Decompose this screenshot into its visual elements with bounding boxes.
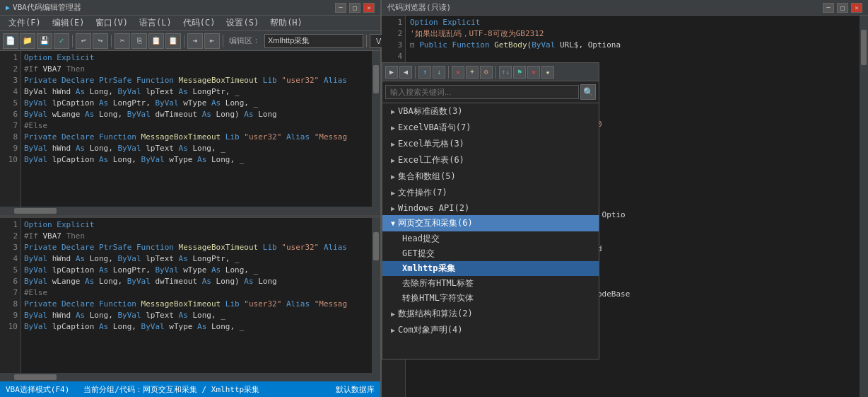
dropdown-btn11[interactable]: ★ xyxy=(541,66,554,79)
status-db: 默认数据库 xyxy=(336,384,375,395)
toolbar-indent[interactable]: ⇥ xyxy=(187,33,203,49)
group-label-4: 集合和数组(5) xyxy=(398,171,456,183)
scrollbar-v-top[interactable] xyxy=(372,51,380,207)
close-button[interactable]: ✕ xyxy=(363,3,375,13)
left-title-bar: ▶ VBA代码编辑管理器 ─ □ ✕ xyxy=(0,0,380,16)
code-area-top[interactable]: Option Explicit #If VBA7 Then Private De… xyxy=(21,51,372,207)
scrollbar-h-bottom[interactable] xyxy=(0,373,380,381)
toolbar-new[interactable]: 📄 xyxy=(3,33,18,49)
dropdown-toolbar: ▶ ◀ ↑ ↓ ✕ + ⚙ ↑↓ ⚑ ✕ ★ xyxy=(382,63,599,81)
toolbar-sep4 xyxy=(223,35,223,47)
group-item-2[interactable]: ▶ Excel单元格(3) xyxy=(382,136,599,152)
right-window-title: 代码浏览器(只读) xyxy=(387,2,823,13)
group-label-8: 数据结构和算法(2) xyxy=(398,308,473,320)
group-label-5: 文件操作(7) xyxy=(398,187,447,199)
expand-icon-1: ▶ xyxy=(391,124,395,132)
dropdown-sep2 xyxy=(448,66,449,79)
sub-item-4[interactable]: 转换HTML字符实体 xyxy=(382,291,599,306)
dropdown-btn3[interactable]: ↑ xyxy=(418,66,431,79)
toolbar-redo[interactable]: ↪ xyxy=(93,33,108,49)
sub-item-0[interactable]: Head提交 xyxy=(382,231,599,246)
group-label-3: Excel工作表(6) xyxy=(398,154,464,166)
right-minimize-button[interactable]: ─ xyxy=(823,3,834,13)
group-item-3[interactable]: ▶ Excel工作表(6) xyxy=(382,152,599,168)
toolbar-undo[interactable]: ↩ xyxy=(76,33,91,49)
dropdown-search-area: 🔍 xyxy=(382,81,599,103)
expand-icon-9: ▶ xyxy=(391,326,395,334)
expand-icon-6: ▶ xyxy=(391,205,395,212)
group-item-0[interactable]: ▶ VBA标准函数(3) xyxy=(382,103,599,120)
menu-edit[interactable]: 编辑(E) xyxy=(47,16,90,30)
menu-bar: 文件(F) 编辑(E) 窗口(V) 语言(L) 代码(C) 设置(S) 帮助(H… xyxy=(0,16,380,31)
menu-code[interactable]: 代码(C) xyxy=(177,16,221,30)
toolbar-sep1 xyxy=(72,35,73,47)
toolbar-open[interactable]: 📁 xyxy=(20,33,35,49)
status-bar: VBA选择模式(F4) 当前分组/代码：网页交互和采集 / Xmlhttp采集 … xyxy=(0,381,380,397)
expand-icon-4: ▶ xyxy=(391,173,395,180)
menu-help[interactable]: 帮助(H) xyxy=(264,16,308,30)
dropdown-sep1 xyxy=(415,66,416,79)
expand-icon-5: ▶ xyxy=(391,189,395,197)
group-item-7[interactable]: ▼ 网页交互和采集(6) xyxy=(382,215,599,231)
dropdown-search-input[interactable] xyxy=(385,85,579,99)
status-mode: VBA选择模式(F4) xyxy=(6,384,69,395)
group-label-7: 网页交互和采集(6) xyxy=(398,217,473,229)
function-dropdown-panel: ▶ ◀ ↑ ↓ ✕ + ⚙ ↑↓ ⚑ ✕ ★ 🔍 ▶ VBA标准函数(3) xyxy=(382,62,599,359)
dropdown-btn8[interactable]: ↑↓ xyxy=(499,66,512,79)
sub-item-2[interactable]: Xmlhttp采集 xyxy=(382,261,599,276)
toolbar-check[interactable]: ✓ xyxy=(54,33,69,49)
toolbar-outdent[interactable]: ⇤ xyxy=(204,33,220,49)
scrollbar-h-top[interactable] xyxy=(0,207,380,215)
main-toolbar: 📄 📁 💾 ✓ ↩ ↪ ✂ ⎘ 📋 📋 ⇥ ⇤ 编辑区： VBA函数或过程 xyxy=(0,31,380,51)
expand-icon-3: ▶ xyxy=(391,156,395,164)
group-item-9[interactable]: ▶ Com对象声明(4) xyxy=(382,322,599,338)
group-item-1[interactable]: ▶ ExcelVBA语句(7) xyxy=(382,120,599,136)
dropdown-btn7[interactable]: ⚙ xyxy=(480,66,493,79)
code-area-bottom[interactable]: Option Explicit #If VBA7 Then Private De… xyxy=(21,218,372,374)
dropdown-btn2[interactable]: ◀ xyxy=(399,66,412,79)
right-maximize-button[interactable]: □ xyxy=(837,3,848,13)
toolbar-cut[interactable]: ✂ xyxy=(115,33,130,49)
toolbar-sep5 xyxy=(366,35,367,47)
group-label-9: Com对象声明(4) xyxy=(398,324,462,336)
dropdown-search-button[interactable]: 🔍 xyxy=(580,84,596,100)
maximize-button[interactable]: □ xyxy=(349,3,360,13)
dropdown-btn5[interactable]: ✕ xyxy=(452,66,464,79)
group-label-1: ExcelVBA语句(7) xyxy=(398,122,471,134)
left-window-title: VBA代码编辑管理器 xyxy=(13,2,335,13)
scrollbar-v-bottom[interactable] xyxy=(372,218,380,374)
line-numbers-top: 12345 678910 xyxy=(0,51,21,207)
toolbar-copy[interactable]: ⎘ xyxy=(131,33,147,49)
editor-label: 编辑区： xyxy=(226,35,263,46)
dropdown-list[interactable]: ▶ VBA标准函数(3) ▶ ExcelVBA语句(7) ▶ Excel单元格(… xyxy=(382,103,599,359)
minimize-button[interactable]: ─ xyxy=(335,3,346,13)
sub-item-3[interactable]: 去除所有HTML标签 xyxy=(382,276,599,291)
dropdown-btn10[interactable]: ✕ xyxy=(527,66,540,79)
toolbar-sep3 xyxy=(184,35,184,47)
menu-file[interactable]: 文件(F) xyxy=(3,16,47,30)
browser-scrollbar[interactable] xyxy=(860,16,868,397)
menu-window[interactable]: 窗口(V) xyxy=(90,16,134,30)
right-close-button[interactable]: ✕ xyxy=(851,3,862,13)
menu-language[interactable]: 语言(L) xyxy=(134,16,177,30)
expand-icon-8: ▶ xyxy=(391,310,395,318)
dropdown-btn6[interactable]: + xyxy=(466,66,479,79)
expand-icon-0: ▶ xyxy=(391,108,395,115)
group-item-8[interactable]: ▶ 数据结构和算法(2) xyxy=(382,306,599,322)
right-title-bar: 代码浏览器(只读) ─ □ ✕ xyxy=(382,0,868,16)
sub-item-1[interactable]: GET提交 xyxy=(382,246,599,261)
menu-settings[interactable]: 设置(S) xyxy=(221,16,264,30)
dropdown-btn4[interactable]: ↓ xyxy=(433,66,445,79)
editor-input[interactable] xyxy=(264,34,363,48)
dropdown-btn1[interactable]: ▶ xyxy=(385,66,398,79)
expand-icon-2: ▶ xyxy=(391,140,395,148)
toolbar-paste2[interactable]: 📋 xyxy=(165,33,181,49)
toolbar-sep2 xyxy=(111,35,112,47)
dropdown-btn9[interactable]: ⚑ xyxy=(513,66,526,79)
group-item-5[interactable]: ▶ 文件操作(7) xyxy=(382,185,599,201)
toolbar-save[interactable]: 💾 xyxy=(37,33,52,49)
group-item-4[interactable]: ▶ 集合和数组(5) xyxy=(382,168,599,185)
group-label-0: VBA标准函数(3) xyxy=(398,105,462,117)
group-item-6[interactable]: ▶ Windows API(2) xyxy=(382,201,599,215)
toolbar-paste[interactable]: 📋 xyxy=(148,33,164,49)
